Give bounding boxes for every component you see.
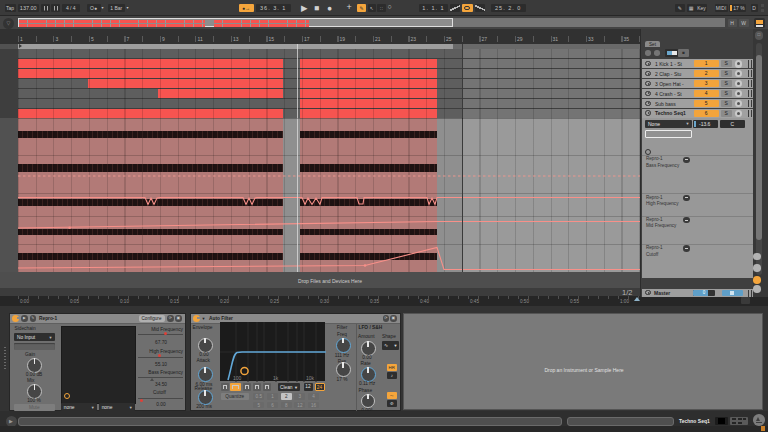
- svg-text:10k: 10k: [306, 375, 315, 381]
- svg-text:100: 100: [233, 375, 242, 381]
- svg-text:1k: 1k: [273, 375, 279, 381]
